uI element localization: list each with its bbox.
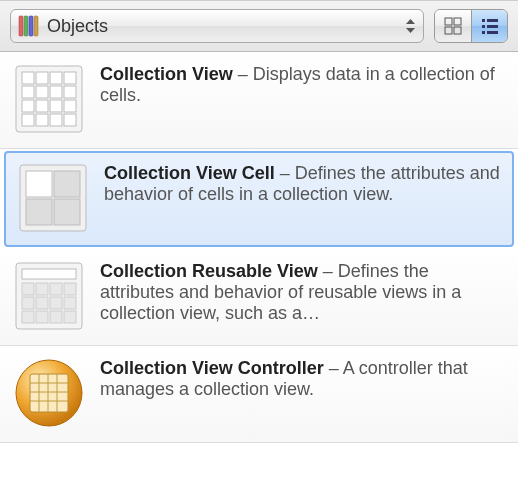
item-title: Collection View Controller — [100, 358, 324, 378]
svg-rect-2 — [29, 16, 33, 36]
svg-rect-37 — [22, 269, 76, 279]
objects-icon — [17, 15, 39, 37]
svg-rect-43 — [36, 297, 48, 309]
svg-rect-49 — [64, 311, 76, 323]
svg-rect-32 — [26, 171, 52, 197]
dropdown-label: Objects — [47, 16, 398, 37]
svg-rect-18 — [64, 72, 76, 84]
cell-icon — [16, 161, 90, 235]
grid-view-icon — [444, 17, 462, 35]
list-item[interactable]: Collection Reusable View – Defines the a… — [0, 249, 518, 346]
object-list[interactable]: Collection View – Displays data in a col… — [0, 52, 518, 500]
svg-rect-12 — [482, 31, 485, 34]
grid-view-button[interactable] — [435, 10, 471, 42]
svg-rect-41 — [64, 283, 76, 295]
svg-rect-38 — [22, 283, 34, 295]
svg-rect-28 — [36, 114, 48, 126]
item-text: Collection View Controller – A controlle… — [100, 356, 506, 430]
controller-icon — [12, 356, 86, 430]
svg-rect-1 — [24, 16, 28, 36]
svg-rect-27 — [22, 114, 34, 126]
svg-rect-16 — [36, 72, 48, 84]
svg-rect-0 — [19, 16, 23, 36]
item-text: Collection View Cell – Defines the attri… — [104, 161, 502, 235]
list-item[interactable]: Collection View Cell – Defines the attri… — [4, 151, 514, 247]
item-text: Collection Reusable View – Defines the a… — [100, 259, 506, 333]
svg-rect-9 — [487, 19, 498, 22]
svg-rect-47 — [36, 311, 48, 323]
svg-rect-23 — [22, 100, 34, 112]
svg-rect-26 — [64, 100, 76, 112]
list-item[interactable]: Collection View – Displays data in a col… — [0, 52, 518, 149]
svg-rect-5 — [454, 18, 461, 25]
item-title: Collection View Cell — [104, 163, 275, 183]
svg-rect-39 — [36, 283, 48, 295]
list-view-button[interactable] — [471, 10, 507, 42]
item-title: Collection View — [100, 64, 233, 84]
reusable-icon — [12, 259, 86, 333]
svg-rect-30 — [64, 114, 76, 126]
svg-rect-48 — [50, 311, 62, 323]
svg-rect-34 — [26, 199, 52, 225]
svg-rect-20 — [36, 86, 48, 98]
svg-rect-15 — [22, 72, 34, 84]
svg-rect-42 — [22, 297, 34, 309]
svg-rect-21 — [50, 86, 62, 98]
svg-rect-29 — [50, 114, 62, 126]
list-item[interactable]: Collection View Controller – A controlle… — [0, 346, 518, 443]
library-toolbar: Objects — [0, 0, 518, 52]
svg-rect-6 — [445, 27, 452, 34]
svg-rect-19 — [22, 86, 34, 98]
svg-rect-22 — [64, 86, 76, 98]
list-view-icon — [481, 17, 499, 35]
svg-rect-44 — [50, 297, 62, 309]
svg-rect-7 — [454, 27, 461, 34]
svg-rect-13 — [487, 31, 498, 34]
svg-rect-40 — [50, 283, 62, 295]
svg-rect-46 — [22, 311, 34, 323]
svg-rect-17 — [50, 72, 62, 84]
item-text: Collection View – Displays data in a col… — [100, 62, 506, 136]
object-type-dropdown[interactable]: Objects — [10, 9, 424, 43]
view-mode-segmented — [434, 9, 508, 43]
svg-rect-35 — [54, 199, 80, 225]
svg-rect-45 — [64, 297, 76, 309]
svg-rect-3 — [34, 16, 38, 36]
svg-rect-4 — [445, 18, 452, 25]
svg-rect-33 — [54, 171, 80, 197]
svg-rect-25 — [50, 100, 62, 112]
svg-rect-8 — [482, 19, 485, 22]
svg-rect-10 — [482, 25, 485, 28]
updown-arrows-icon — [406, 19, 415, 33]
item-title: Collection Reusable View — [100, 261, 318, 281]
svg-rect-51 — [30, 374, 68, 412]
grid-icon — [12, 62, 86, 136]
svg-rect-24 — [36, 100, 48, 112]
svg-rect-11 — [487, 25, 498, 28]
